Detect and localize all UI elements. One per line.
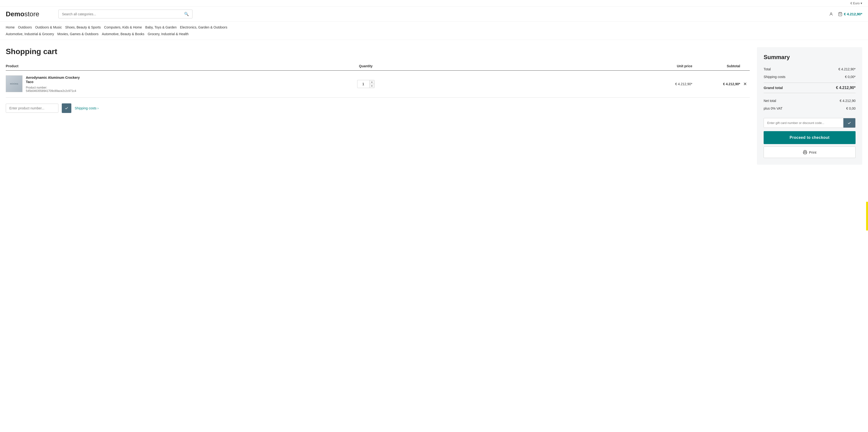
nav-item-movies[interactable]: Movies, Games & Outdoors	[58, 31, 102, 37]
qty-increase-button[interactable]: ▲	[370, 80, 374, 84]
remove-item-button[interactable]: ✕	[740, 81, 750, 87]
nav-item-baby[interactable]: Baby, Toys & Garden	[145, 24, 180, 31]
product-number-row: Shipping costs ›	[6, 103, 750, 113]
summary-panel: Summary Total € 4.212,90* Shipping costs…	[757, 47, 862, 165]
product-name: Aerodynamic Aluminum Crockery Taco	[26, 75, 82, 84]
logo[interactable]: Demostore	[6, 10, 54, 18]
col-header-unit-price: Unit price	[649, 64, 692, 68]
logo-light: store	[24, 10, 39, 18]
shipping-costs-link[interactable]: Shipping costs ›	[75, 106, 99, 110]
total-value: € 4.212,90*	[838, 67, 856, 71]
chevron-right-icon: ›	[97, 106, 99, 110]
net-total-label: Net total	[764, 99, 776, 103]
nav-row-1: Home Outdoors Outdoors & Music Shoes, Be…	[6, 24, 862, 31]
net-total-row: Net total € 4.212,90	[764, 97, 856, 104]
nav-item-home[interactable]: Home	[6, 24, 18, 31]
close-icon: ✕	[743, 81, 747, 87]
product-number-value: 545b0463558941709c89ace2c2c971c4	[26, 89, 76, 93]
product-image-placeholder: minima	[6, 75, 22, 92]
product-col: minima Aerodynamic Aluminum Crockery Tac…	[6, 75, 82, 93]
unit-price-col: € 4.212,90*	[649, 82, 692, 86]
quantity-input[interactable]	[358, 81, 369, 87]
nav-item-shoes[interactable]: Shoes, Beauty & Sports	[65, 24, 104, 31]
cart-amount: € 4.212,90*	[844, 12, 862, 16]
col-header-product: Product	[6, 64, 82, 68]
navigation: Home Outdoors Outdoors & Music Shoes, Be…	[0, 22, 868, 40]
nav-item-grocery[interactable]: Grocery, Industrial & Health	[148, 31, 192, 37]
qty-decrease-button[interactable]: ▼	[370, 84, 374, 88]
qty-col: ▲ ▼	[82, 80, 649, 88]
col-header-subtotal: Subtotal	[692, 64, 740, 68]
svg-point-0	[830, 13, 832, 14]
nav-item-outdoors-music[interactable]: Outdoors & Music	[35, 24, 65, 31]
summary-title: Summary	[764, 54, 856, 61]
net-section: Net total € 4.212,90 plus 0% VAT € 0,00	[764, 95, 856, 112]
summary-total-row: Total € 4.212,90*	[764, 65, 856, 73]
svg-rect-2	[804, 153, 806, 154]
cart-section: Shopping cart Product Quantity Unit pric…	[6, 47, 750, 113]
gift-card-submit-button[interactable]	[843, 118, 855, 128]
header-actions: € 4.212,90*	[829, 12, 862, 16]
subtotal-col: € 4.212,90*	[692, 82, 740, 86]
header: Demostore 🔍 € 4.212,90*	[0, 7, 868, 22]
product-number-input[interactable]	[6, 104, 58, 113]
col-header-quantity: Quantity	[82, 64, 649, 68]
nav-item-computers[interactable]: Computers, Kids & Home	[104, 24, 145, 31]
qty-arrows: ▲ ▼	[369, 80, 374, 88]
search-bar[interactable]: 🔍	[58, 9, 192, 19]
user-account-button[interactable]	[829, 12, 833, 16]
shipping-label: Shipping costs	[764, 75, 785, 79]
grand-total-label: Grand total	[764, 86, 783, 90]
quantity-selector[interactable]: ▲ ▼	[357, 80, 375, 88]
currency-arrow-icon: ▾	[861, 1, 862, 5]
search-icon: 🔍	[184, 12, 189, 16]
currency-label: € Euro	[850, 1, 860, 5]
print-label: Print	[809, 150, 816, 154]
nav-item-outdoors[interactable]: Outdoors	[18, 24, 35, 31]
gift-card-row	[764, 118, 856, 128]
cart-icon	[838, 12, 842, 16]
currency-selector[interactable]: € Euro ▾	[850, 1, 862, 5]
nav-item-automotive[interactable]: Automotive, Industrial & Grocery	[6, 31, 58, 37]
summary-shipping-row: Shipping costs € 0,00*	[764, 73, 856, 81]
nav-row-2: Automotive, Industrial & Grocery Movies,…	[6, 31, 862, 37]
checkmark-icon	[65, 106, 68, 110]
checkmark-icon	[847, 121, 851, 125]
nav-item-automotive-beauty[interactable]: Automotive, Beauty & Books	[102, 31, 148, 37]
print-button[interactable]: Print	[764, 147, 856, 158]
col-header-remove	[740, 64, 750, 68]
table-row: minima Aerodynamic Aluminum Crockery Tac…	[6, 71, 750, 98]
summary-grand-total-row: Grand total € 4.212,90*	[764, 83, 856, 93]
product-image: minima	[6, 75, 23, 92]
vat-value: € 0,00	[846, 106, 856, 110]
total-label: Total	[764, 67, 771, 71]
logo-bold: Demo	[6, 10, 24, 18]
nav-item-electronics[interactable]: Electronics, Garden & Outdoors	[180, 24, 231, 31]
cart-table-header: Product Quantity Unit price Subtotal	[6, 62, 750, 71]
vat-label: plus 0% VAT	[764, 106, 782, 110]
gift-card-input[interactable]	[764, 118, 843, 128]
product-info: Aerodynamic Aluminum Crockery Taco Produ…	[26, 75, 82, 93]
vat-row: plus 0% VAT € 0,00	[764, 104, 856, 112]
product-number-submit-button[interactable]	[62, 103, 71, 113]
grand-total-value: € 4.212,90*	[836, 86, 856, 90]
proceed-to-checkout-button[interactable]: Proceed to checkout	[764, 131, 856, 144]
user-icon	[829, 12, 833, 16]
print-icon	[803, 150, 807, 154]
search-input[interactable]	[62, 12, 184, 16]
product-number-label: Product number: 545b0463558941709c89ace2…	[26, 86, 82, 93]
main-content: Shopping cart Product Quantity Unit pric…	[0, 40, 868, 172]
cart-title: Shopping cart	[6, 47, 750, 56]
net-total-value: € 4.212,90	[840, 99, 856, 103]
shipping-value: € 0,00*	[845, 75, 856, 79]
cart-button[interactable]: € 4.212,90*	[838, 12, 862, 16]
